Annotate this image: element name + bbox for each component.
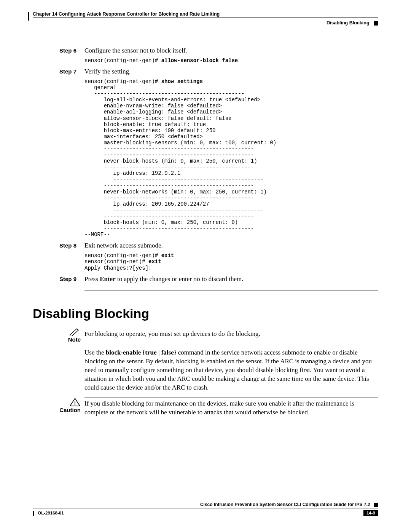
code-prompt: sensor(config-net-gen)#: [84, 78, 161, 85]
footer-left-marker: [33, 511, 34, 516]
step-9-label: Step 9: [59, 276, 84, 282]
step-8-row: Step 8 Exit network access submode.: [59, 241, 378, 250]
note-callout: Note For blocking to operate, you must s…: [33, 328, 378, 343]
caution-warning-icon: [69, 398, 81, 407]
content-body: Step 6 Configure the sensor not to block…: [59, 46, 378, 291]
note-rule-top: [84, 328, 378, 328]
step-7-code: sensor(config-net-gen)# show settings ge…: [84, 78, 378, 238]
code-cmd: allow-sensor-block false: [161, 58, 238, 64]
code-prompt: sensor(config-net-gen)#: [84, 252, 161, 259]
footer-end-marker: [374, 503, 378, 507]
caution-text-col: If you disable blocking for maintenance …: [84, 398, 378, 420]
caution-callout: Caution If you disable blocking for main…: [33, 398, 378, 420]
code-cmd: show settings: [161, 78, 203, 85]
step-7-row: Step 7 Verify the setting.: [59, 67, 378, 76]
footer-rule: [33, 508, 378, 508]
header-section-text: Disabling Blocking: [327, 20, 370, 26]
code-prompt: sensor(config-net-gen)#: [84, 58, 161, 64]
code-prompt: sensor(config-net)#: [84, 259, 148, 265]
caution-rule-top: [84, 398, 378, 398]
footer-page-num-wrap: 14-9: [360, 510, 378, 516]
note-rule-bottom: [84, 341, 378, 341]
svg-point-1: [75, 404, 75, 405]
header-section-right: Disabling Blocking: [33, 20, 378, 26]
step-8-label: Step 8: [59, 242, 84, 249]
note-text-col: For blocking to operate, you must set up…: [84, 328, 378, 343]
note-icon-col: Note: [33, 328, 84, 343]
running-header: Chapter 14 Configuring Attack Response C…: [33, 11, 378, 18]
page-footer: Cisco Intrusion Prevention System Sensor…: [33, 502, 378, 516]
code-cmd: exit: [148, 259, 161, 265]
footer-doc-id: OL-29168-01: [33, 511, 64, 516]
footer-guide-title: Cisco Intrusion Prevention System Sensor…: [33, 502, 378, 507]
section-title: Disabling Blocking: [33, 306, 378, 321]
step-6-label: Step 6: [59, 47, 84, 54]
page-number: 14-9: [363, 510, 378, 516]
footer-row: OL-29168-01 14-9: [33, 510, 378, 516]
step-8-text: Exit network access submode.: [84, 241, 163, 250]
code-cmd: exit: [161, 252, 174, 259]
body-paragraph: Use the block-enable {true | false} comm…: [84, 348, 378, 392]
step-6-text: Configure the sensor not to block itself…: [84, 46, 187, 55]
code-output: general --------------------------------…: [84, 85, 276, 238]
step-6-row: Step 6 Configure the sensor not to block…: [59, 46, 378, 55]
step-9-row: Step 9 Press Enter to apply the changes …: [59, 275, 378, 284]
header-left-marker: [28, 12, 29, 21]
caution-icon-col: Caution: [33, 398, 84, 420]
end-of-steps-rule: [84, 291, 378, 291]
step-7-text: Verify the setting.: [84, 67, 131, 76]
caution-label: Caution: [59, 407, 81, 413]
step-9-text: Press Enter to apply the changes or ente…: [84, 275, 243, 284]
caution-text: If you disable blocking for maintenance …: [84, 400, 354, 416]
note-label: Note: [68, 336, 81, 343]
note-pencil-icon: [69, 328, 81, 336]
code-output: Apply Changes:?[yes]:: [84, 265, 151, 271]
page: Chapter 14 Configuring Attack Response C…: [0, 0, 411, 532]
step-6-code: sensor(config-net-gen)# allow-sensor-blo…: [84, 58, 378, 64]
step-8-code: sensor(config-net-gen)# exit sensor(conf…: [84, 252, 378, 271]
step-7-label: Step 7: [59, 68, 84, 75]
note-text: For blocking to operate, you must set up…: [84, 330, 260, 337]
header-right-marker: [374, 21, 378, 26]
caution-rule-bottom: [84, 419, 378, 419]
